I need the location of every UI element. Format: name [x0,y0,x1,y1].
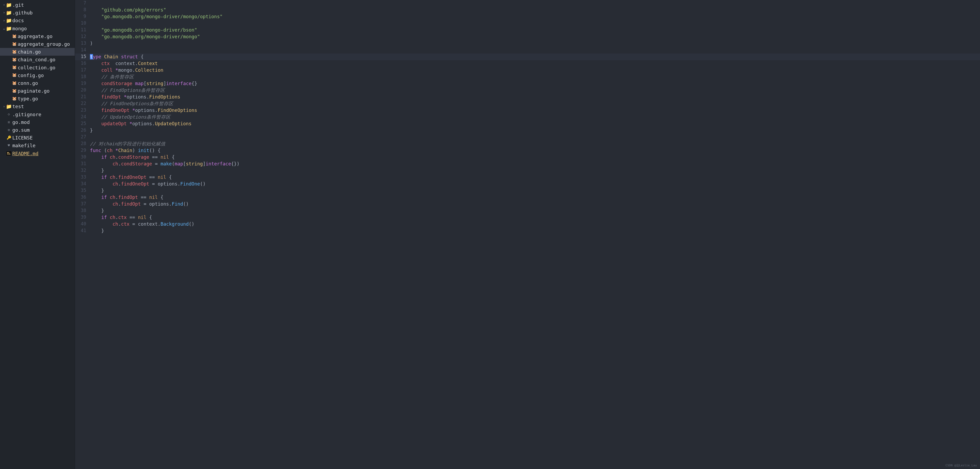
code-content[interactable]: ) [90,40,93,47]
code-content[interactable]: if ch.findOneOpt == nil { [90,174,172,181]
code-line[interactable]: 33 if ch.findOneOpt == nil { [75,174,980,181]
tree-item--github[interactable]: ›📁.github [0,9,75,17]
line-number: 19 [75,80,90,87]
code-content[interactable]: } [90,188,104,194]
license-icon: 🔑 [6,135,12,140]
code-line[interactable]: 27 [75,134,980,140]
tree-item--git[interactable]: ›📁.git [0,1,75,9]
tree-item-test[interactable]: ›📁test [0,103,75,110]
code-content[interactable]: if ch.findOpt == nil { [90,194,163,201]
code-content[interactable]: ch.findOneOpt = options.FindOne() [90,181,206,188]
tree-item-collection-go[interactable]: 🐹collection.go [0,64,75,72]
tree-item-license[interactable]: 🔑LICENSE [0,134,75,141]
code-content[interactable]: } [90,207,104,214]
code-line[interactable]: 13) [75,40,980,47]
code-line[interactable]: 40 ch.ctx = context.Background() [75,221,980,227]
code-line[interactable]: 31 ch.condStorage = make(map[string]inte… [75,161,980,167]
code-content[interactable]: } [90,127,93,134]
code-content[interactable]: ctx context.Context [90,60,158,67]
code-content[interactable]: // FindOneOptions条件暂存区 [90,100,173,107]
tree-item-makefile[interactable]: ♥makefile [0,141,75,149]
tree-item-conn-go[interactable]: 🐹conn.go [0,79,75,87]
tree-item-label: LICENSE [12,134,33,141]
code-line[interactable]: 22 // FindOneOptions条件暂存区 [75,100,980,107]
code-line[interactable]: 32 } [75,167,980,174]
code-content[interactable]: if ch.condStorage == nil { [90,154,175,161]
code-line[interactable]: 12 "go.mongodb.org/mongo-driver/mongo" [75,33,980,40]
tree-item-paginate-go[interactable]: 🐹paginate.go [0,87,75,95]
code-line[interactable]: 20 // FindOptions条件暂存区 [75,87,980,94]
tree-item-go-sum[interactable]: ≡go.sum [0,126,75,134]
tree-item-chain-cond-go[interactable]: 🐹chain_cond.go [0,56,75,64]
code-line[interactable]: 38 } [75,207,980,214]
code-line[interactable]: 16 ctx context.Context [75,60,980,67]
code-line[interactable]: 36 if ch.findOpt == nil { [75,194,980,201]
tree-item-docs[interactable]: ›📁docs [0,17,75,24]
code-content[interactable]: if ch.ctx == nil { [90,214,152,221]
code-line[interactable]: 39 if ch.ctx == nil { [75,214,980,221]
code-content[interactable]: condStorage map[string]interface{} [90,80,197,87]
code-line[interactable]: 29func (ch *Chain) init() { [75,147,980,154]
code-content[interactable]: func (ch *Chain) init() { [90,147,161,154]
code-content[interactable]: "github.com/pkg/errors" [90,7,166,13]
code-line[interactable]: 24 // UpdateOptions条件暂存区 [75,114,980,121]
tree-item-config-go[interactable]: 🐹config.go [0,72,75,79]
code-content[interactable]: // 条件暂存区 [90,74,134,80]
code-content[interactable]: ch.condStorage = make(map[string]interfa… [90,161,240,167]
code-line[interactable]: 34 ch.findOneOpt = options.FindOne() [75,181,980,188]
code-line[interactable]: 35 } [75,188,980,194]
code-line[interactable]: 7 [75,0,980,7]
tree-item-chain-go[interactable]: 🐹chain.go [0,48,75,56]
code-line[interactable]: 19 condStorage map[string]interface{} [75,80,980,87]
tree-item-go-mod[interactable]: ≡go.mod [0,118,75,126]
code-line[interactable]: 14 [75,47,980,54]
go-file-icon: 🐹 [11,96,17,102]
code-line[interactable]: 11 "go.mongodb.org/mongo-driver/bson" [75,27,980,33]
code-editor[interactable]: 78 "github.com/pkg/errors"9 "go.mongodb.… [75,0,980,469]
code-content[interactable]: findOneOpt *options.FindOneOptions [90,107,197,114]
code-line[interactable]: 17 coll *mongo.Collection [75,67,980,74]
code-content[interactable]: type Chain struct { [90,54,143,60]
file-explorer-sidebar[interactable]: ›📁.git›📁.github›📁docs⌄📁mongo🐹aggregate.g… [0,0,75,469]
code-content[interactable]: "go.mongodb.org/mongo-driver/mongo/optio… [90,13,223,20]
code-content[interactable]: coll *mongo.Collection [90,67,163,74]
line-number: 26 [75,127,90,134]
tree-item--gitignore[interactable]: ◇.gitignore [0,111,75,118]
line-number: 20 [75,87,90,94]
go-file-icon: 🐹 [11,73,17,78]
code-line[interactable]: 26} [75,127,980,134]
code-content[interactable]: "go.mongodb.org/mongo-driver/mongo" [90,33,200,40]
code-line[interactable]: 10 [75,20,980,27]
tree-item-type-go[interactable]: 🐹type.go [0,95,75,103]
tree-item-mongo[interactable]: ⌄📁mongo [0,25,75,32]
code-line[interactable]: 37 ch.findOpt = options.Find() [75,201,980,207]
code-content[interactable]: updateOpt *options.UpdateOptions [90,121,191,127]
code-content[interactable]: findOpt *options.FindOptions [90,94,180,100]
code-line[interactable]: 18 // 条件暂存区 [75,74,980,80]
tree-item-aggregate-go[interactable]: 🐹aggregate.go [0,32,75,40]
code-line[interactable]: 30 if ch.condStorage == nil { [75,154,980,161]
code-content[interactable]: // UpdateOptions条件暂存区 [90,114,170,121]
tree-item-readme-md[interactable]: M↓README.md [0,149,75,157]
code-content[interactable]: } [90,167,104,174]
line-number: 11 [75,27,90,33]
code-line[interactable]: 41 } [75,227,980,234]
code-line[interactable]: 21 findOpt *options.FindOptions [75,94,980,100]
line-number: 28 [75,140,90,147]
code-line[interactable]: 8 "github.com/pkg/errors" [75,7,980,13]
code-content[interactable]: // FindOptions条件暂存区 [90,87,165,94]
code-line[interactable]: 9 "go.mongodb.org/mongo-driver/mongo/opt… [75,13,980,20]
code-content[interactable]: "go.mongodb.org/mongo-driver/bson" [90,27,197,33]
code-line[interactable]: 25 updateOpt *options.UpdateOptions [75,121,980,127]
code-content[interactable]: ch.ctx = context.Background() [90,221,194,227]
code-content[interactable]: } [90,227,104,234]
code-content[interactable]: ch.findOpt = options.Find() [90,201,189,207]
tree-item-aggregate-group-go[interactable]: 🐹aggregate_group.go [0,40,75,48]
code-line[interactable]: 23 findOneOpt *options.FindOneOptions [75,107,980,114]
tree-item-label: README.md [12,150,38,157]
code-content[interactable]: // 对chain的字段进行初始化赋值 [90,140,165,147]
chevron-icon: › [2,104,6,109]
tree-item-label: collection.go [18,64,56,71]
code-line[interactable]: 15type Chain struct { [75,54,980,60]
code-line[interactable]: 28// 对chain的字段进行初始化赋值 [75,140,980,147]
